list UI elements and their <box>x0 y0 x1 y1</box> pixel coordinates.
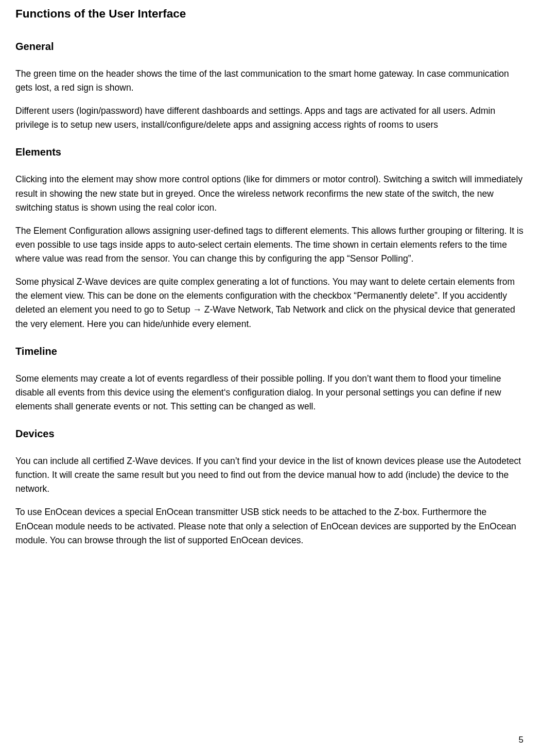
paragraph-elements-2: The Element Configuration allows assigni… <box>15 224 527 266</box>
section-heading-timeline: Timeline <box>15 343 527 359</box>
section-heading-devices: Devices <box>15 426 527 442</box>
paragraph-general-2: Different users (login/password) have di… <box>15 104 527 132</box>
paragraph-elements-1: Clicking into the element may show more … <box>15 173 527 214</box>
paragraph-devices-1: You can include all certified Z-Wave dev… <box>15 454 527 496</box>
paragraph-general-1: The green time on the header shows the t… <box>15 67 527 95</box>
page-title: Functions of the User Interface <box>15 5 527 23</box>
section-heading-elements: Elements <box>15 144 527 160</box>
page-number: 5 <box>519 733 523 747</box>
paragraph-elements-3: Some physical Z-Wave devices are quite c… <box>15 275 527 331</box>
section-heading-general: General <box>15 39 527 55</box>
paragraph-devices-2: To use EnOcean devices a special EnOcean… <box>15 505 527 547</box>
paragraph-timeline-1: Some elements may create a lot of events… <box>15 372 527 414</box>
